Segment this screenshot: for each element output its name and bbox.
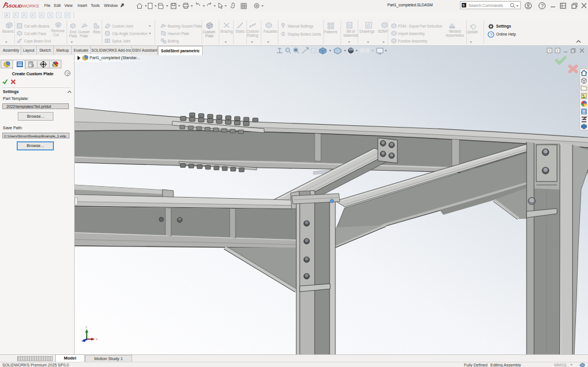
svg-text:y: y bbox=[86, 325, 87, 329]
svg-text:?: ? bbox=[490, 32, 493, 37]
svg-text:x: x bbox=[96, 337, 98, 341]
svg-text:?: ? bbox=[541, 3, 544, 9]
svg-text:?: ? bbox=[67, 71, 69, 76]
